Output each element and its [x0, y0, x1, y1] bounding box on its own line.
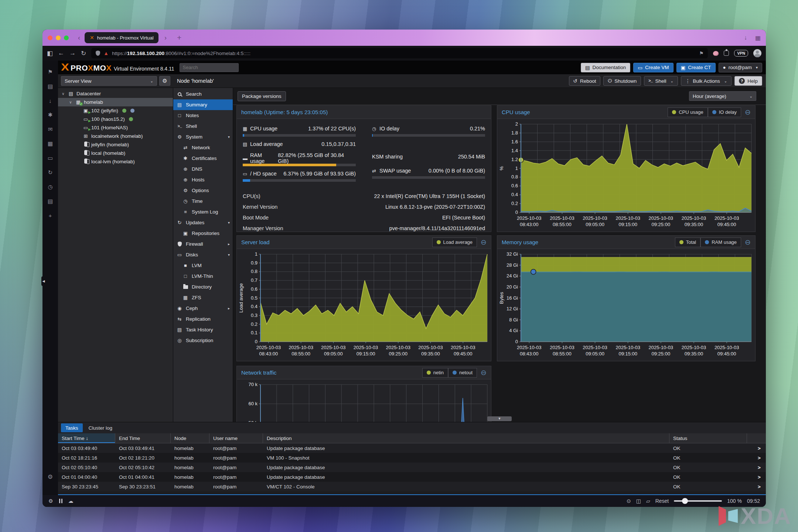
menu-item-lvm[interactable]: ■LVM	[173, 260, 233, 271]
url-bar[interactable]: ▲ https://192.168.100.200:8006/#v1:0:=no…	[91, 48, 708, 58]
zoom-slider[interactable]	[674, 500, 722, 502]
notes-icon[interactable]: ▤	[48, 198, 53, 205]
column-header-node[interactable]: Node	[171, 433, 209, 443]
shell-button[interactable]: >_Shell⌄	[644, 76, 678, 86]
back-icon[interactable]: ←	[58, 50, 64, 57]
downloads-icon[interactable]: ↓	[744, 34, 747, 41]
menu-item-zfs[interactable]: ▦ZFS	[173, 292, 233, 303]
column-header-end-time[interactable]: End Time	[115, 433, 171, 443]
tree-settings-button[interactable]: ⚙	[159, 76, 170, 86]
bulk-actions-button[interactable]: ⋮Bulk Actions⌄	[681, 76, 732, 86]
time-range-select[interactable]: Hour (average)⌄	[689, 91, 756, 101]
scroll-down-indicator[interactable]: ▼	[487, 416, 512, 421]
close-window-button[interactable]	[48, 35, 52, 40]
create-ct-button[interactable]: ▣Create CT	[676, 63, 716, 72]
menu-item-hosts[interactable]: ⊕Hosts	[173, 174, 233, 185]
tree-item-100-haos15-2-[interactable]: ▭▶100 (haos15.2)	[58, 115, 173, 123]
browser-tab[interactable]: ✕ homelab - Proxmox Virtual	[85, 32, 158, 43]
tab-tasks[interactable]: Tasks	[61, 423, 83, 432]
profile-avatar[interactable]	[753, 49, 761, 57]
menu-item-summary[interactable]: ▤Summary	[173, 99, 233, 110]
menu-item-disks[interactable]: ▭Disks▾	[173, 249, 233, 260]
sync-icon[interactable]: ↻	[48, 169, 53, 176]
tree-item-102-jellyfin-[interactable]: ▣▶102 (jellyfin)	[58, 106, 173, 115]
column-header-start-time[interactable]: Start Time ↓	[58, 433, 115, 443]
collapse-panel-icon[interactable]: ⊖	[481, 368, 487, 377]
add-icon[interactable]: +	[49, 212, 52, 219]
tab-cluster-log[interactable]: Cluster log	[84, 423, 117, 432]
tab-scroll-right-icon[interactable]: ›	[164, 34, 167, 42]
task-detail-chevron-icon[interactable]: >	[754, 465, 766, 470]
menu-item-subscription[interactable]: ◎Subscription	[173, 335, 233, 346]
maximize-window-button[interactable]	[64, 35, 69, 40]
legend-netout[interactable]: netout	[448, 368, 477, 378]
global-search-input[interactable]	[180, 63, 239, 72]
task-row[interactable]: Oct 02 18:21:16Oct 02 18:21:20homelabroo…	[58, 453, 766, 463]
new-tab-button[interactable]: +	[177, 33, 181, 42]
menu-item-ceph[interactable]: ◉Ceph▸	[173, 303, 233, 314]
tree-item-local-homelab-[interactable]: local (homelab)	[58, 149, 173, 157]
menu-item-network[interactable]: ⇄Network	[173, 142, 233, 153]
apps-icon[interactable]: ▦	[48, 140, 53, 147]
menu-item-task-history[interactable]: ▤Task History	[173, 324, 233, 335]
split-view-icon[interactable]: ◫	[636, 498, 641, 504]
history-icon[interactable]: ◷	[48, 184, 52, 190]
create-vm-button[interactable]: ▭Create VM	[633, 63, 673, 72]
cloud-icon[interactable]: ☁	[68, 498, 74, 504]
menu-item-options[interactable]: ⚙Options	[173, 185, 233, 196]
tree-item-local-lvm-homelab-[interactable]: local-lvm (homelab)	[58, 157, 173, 166]
sidebar-toggle-icon[interactable]: ◧	[47, 50, 53, 57]
menu-item-system-log[interactable]: ≡System Log	[173, 207, 233, 217]
column-header-status[interactable]: Status	[669, 433, 747, 443]
reset-label[interactable]: Reset	[655, 498, 669, 504]
menu-item-time[interactable]: ◷Time	[173, 196, 233, 207]
menu-item-dns[interactable]: ⊕DNS	[173, 164, 233, 174]
menu-item-updates[interactable]: ↻Updates▾	[173, 217, 233, 228]
tree-item-homelab[interactable]: ∨▦✓homelab	[58, 98, 173, 106]
reload-icon[interactable]: ↻	[81, 50, 86, 57]
settings-gear-icon[interactable]: ⚙	[48, 498, 53, 504]
legend-netin[interactable]: netin	[422, 368, 448, 378]
task-row[interactable]: Oct 01 04:00:40Oct 01 04:00:41homelabroo…	[58, 472, 766, 482]
legend-load-average[interactable]: Load average	[432, 238, 477, 247]
tree-expander-icon[interactable]: ∨	[68, 100, 73, 104]
task-detail-chevron-icon[interactable]: >	[754, 455, 766, 461]
tab-scroll-left-icon[interactable]: ‹	[78, 34, 80, 42]
task-row[interactable]: Oct 02 05:10:40Oct 02 05:10:42homelabroo…	[58, 463, 766, 472]
help-button[interactable]: ?Help	[734, 76, 762, 86]
zoom-slider-knob[interactable]	[682, 498, 688, 504]
task-detail-chevron-icon[interactable]: >	[754, 484, 766, 490]
tracking-shield-icon[interactable]	[96, 51, 100, 56]
menu-item-directory[interactable]: Directory	[173, 282, 233, 292]
menu-item-repositories[interactable]: ▣Repositories	[173, 228, 233, 239]
menu-item-shell[interactable]: >_Shell	[173, 121, 233, 132]
mail-icon[interactable]: ✉	[48, 126, 53, 133]
screenshot-icon[interactable]: ⊙	[627, 498, 631, 504]
fullscreen-icon[interactable]: ▱	[646, 498, 650, 504]
task-detail-chevron-icon[interactable]: >	[754, 446, 766, 451]
bookmark-icon[interactable]: ⚑	[699, 50, 703, 56]
user-menu-button[interactable]: ●root@pam▾	[719, 63, 762, 72]
task-row[interactable]: Oct 03 03:49:40Oct 03 03:49:41homelabroo…	[58, 443, 766, 453]
menu-item-notes[interactable]: □Notes	[173, 110, 233, 121]
tree-item-jellyfin-homelab-[interactable]: jellyfin (homelab)	[58, 140, 173, 149]
extension-brain-icon[interactable]	[713, 51, 719, 56]
settings-gear-icon[interactable]: ⚙	[48, 473, 53, 480]
menu-item-lvm-thin[interactable]: □LVM-Thin	[173, 271, 233, 282]
download-icon[interactable]: ↓	[49, 98, 52, 104]
menu-item-system[interactable]: ⚙System▾	[173, 132, 233, 142]
shutdown-button[interactable]: ⏻Shutdown	[603, 76, 641, 86]
menu-item-search[interactable]: Search	[173, 89, 233, 99]
task-detail-chevron-icon[interactable]: >	[754, 474, 766, 480]
insecure-warning-icon[interactable]: ▲	[103, 50, 109, 56]
menu-item-certificates[interactable]: ✱Certificates	[173, 153, 233, 164]
package-versions-button[interactable]: Package versions	[238, 91, 286, 101]
pause-icon[interactable]	[59, 499, 62, 503]
legend-cpu-usage[interactable]: CPU usage	[668, 108, 707, 117]
menu-item-replication[interactable]: ⇆Replication	[173, 314, 233, 324]
documentation-button[interactable]: ▤Documentation	[581, 63, 631, 72]
forward-icon[interactable]: →	[69, 50, 76, 57]
tree-item-datacenter[interactable]: ∨▤Datacenter	[58, 89, 173, 98]
reader-icon[interactable]: ▤	[48, 83, 53, 90]
legend-ram-usage[interactable]: RAM usage	[700, 238, 741, 247]
